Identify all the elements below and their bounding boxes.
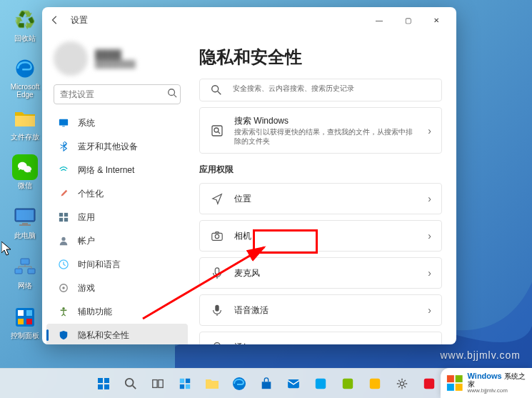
- windows-logo-icon: [446, 374, 463, 392]
- desktop-icon-label: Microsoft Edge: [6, 83, 44, 99]
- svg-rect-34: [104, 378, 109, 383]
- taskbar-app-3[interactable]: [363, 372, 386, 395]
- desktop-icon-folder[interactable]: 文件存放: [6, 106, 44, 141]
- svg-rect-36: [104, 384, 109, 389]
- desktop-icon-edge[interactable]: Microsoft Edge: [6, 56, 44, 99]
- svg-rect-41: [185, 378, 189, 382]
- sidebar-item-label: 蓝牙和其他设备: [78, 141, 138, 153]
- folder-icon: [12, 106, 38, 131]
- svg-rect-45: [288, 379, 299, 387]
- settings-window: 设置 — ▢ ✕ ████ ████████: [42, 7, 456, 344]
- svg-rect-47: [342, 378, 352, 388]
- system-icon: [58, 117, 69, 129]
- chevron-right-icon: ›: [428, 304, 431, 316]
- camera-icon: [210, 229, 224, 242]
- card-title: 通知: [234, 342, 418, 345]
- svg-rect-2: [16, 210, 34, 220]
- taskbar-taskview[interactable]: [146, 372, 169, 395]
- card-microphone[interactable]: 麦克风 ›: [199, 257, 442, 289]
- card-subtitle: 安全搜索、云内容搜索、搜索历史记录: [233, 84, 431, 94]
- badge-url: www.bjjmlv.com: [468, 388, 526, 394]
- card-title: 相机: [234, 230, 418, 242]
- sidebar-item-apps[interactable]: 应用: [46, 206, 188, 229]
- desktop-icon-wechat[interactable]: 微信: [6, 154, 44, 189]
- search-box[interactable]: [54, 84, 181, 104]
- taskbar-explorer[interactable]: [201, 372, 224, 395]
- taskbar: Windows 系统之家 www.bjjmlv.com: [0, 368, 532, 398]
- card-title: 位置: [234, 193, 418, 205]
- svg-rect-4: [19, 224, 31, 226]
- chevron-right-icon: ›: [428, 230, 431, 242]
- window-title: 设置: [71, 14, 88, 26]
- sidebar-item-time[interactable]: 时间和语言: [46, 253, 188, 276]
- sidebar-item-label: 帐户: [78, 235, 95, 247]
- svg-rect-17: [64, 213, 68, 217]
- taskbar-mail[interactable]: [282, 372, 305, 395]
- bluetooth-icon: [58, 141, 69, 152]
- desktop-icon-control-panel[interactable]: 控制面板: [6, 304, 44, 339]
- sidebar: ████ ████████ 系统 蓝牙和其他设备: [42, 33, 192, 344]
- card-notifications[interactable]: 通知 ›: [199, 332, 442, 344]
- sidebar-item-system[interactable]: 系统: [46, 111, 188, 134]
- desktop-icon-label: 此电脑: [6, 232, 44, 239]
- svg-rect-19: [64, 218, 68, 222]
- taskbar-widgets[interactable]: [174, 372, 196, 395]
- taskbar-start[interactable]: [92, 372, 115, 395]
- desktop-icon-recycle-bin[interactable]: ♻️ 回收站: [6, 7, 44, 42]
- svg-rect-15: [62, 126, 65, 126]
- card-camera[interactable]: 相机 ›: [199, 220, 442, 252]
- svg-rect-46: [315, 378, 325, 388]
- sidebar-item-accessibility[interactable]: 辅助功能: [46, 300, 188, 323]
- taskbar-store[interactable]: [255, 372, 278, 395]
- search-icon[interactable]: [167, 88, 177, 101]
- desktop-icon-network[interactable]: 网络: [6, 254, 44, 289]
- sidebar-item-personalize[interactable]: 个性化: [46, 182, 188, 205]
- recycle-bin-icon: ♻️: [12, 7, 38, 33]
- card-search-windows[interactable]: 搜索 Windows 搜索索引以获得更快的结果，查找我的文件，从搜索中排除的文件…: [199, 107, 442, 154]
- chevron-right-icon: ›: [428, 267, 431, 279]
- chevron-right-icon: ›: [428, 193, 431, 204]
- minimize-button[interactable]: —: [365, 10, 393, 30]
- taskbar-settings[interactable]: [391, 372, 413, 395]
- svg-point-37: [125, 378, 133, 386]
- badge-brand: Windows: [468, 372, 502, 380]
- back-button[interactable]: [48, 13, 62, 27]
- sidebar-item-privacy[interactable]: 隐私和安全性: [46, 324, 188, 344]
- svg-rect-18: [59, 218, 63, 222]
- svg-rect-50: [423, 378, 433, 388]
- card-search-settings-partial[interactable]: 安全搜索、云内容搜索、搜索历史记录: [199, 79, 442, 101]
- control-panel-icon: [12, 304, 38, 330]
- card-location[interactable]: 位置 ›: [199, 183, 442, 214]
- taskbar-app-1[interactable]: [309, 372, 332, 395]
- shield-icon: [58, 329, 69, 341]
- sidebar-item-account[interactable]: 帐户: [46, 229, 188, 252]
- computer-icon: [12, 204, 38, 230]
- card-voice-activation[interactable]: 语音激活 ›: [199, 294, 442, 326]
- sidebar-item-gaming[interactable]: 游戏: [46, 277, 188, 299]
- taskbar-search[interactable]: [119, 372, 142, 395]
- user-section[interactable]: ████ ████████: [42, 39, 192, 84]
- taskbar-app-4[interactable]: [418, 372, 441, 395]
- wechat-icon: [12, 154, 38, 180]
- maximize-button[interactable]: ▢: [393, 10, 422, 30]
- sidebar-item-bluetooth[interactable]: 蓝牙和其他设备: [46, 135, 188, 158]
- svg-rect-5: [21, 259, 29, 264]
- card-title: 麦克风: [234, 267, 418, 279]
- sidebar-item-label: 隐私和安全性: [78, 329, 129, 342]
- svg-rect-42: [179, 384, 184, 388]
- sidebar-item-label: 时间和语言: [78, 259, 121, 271]
- taskbar-edge[interactable]: [228, 372, 251, 395]
- network-icon: [12, 254, 38, 280]
- close-button[interactable]: ✕: [422, 10, 451, 30]
- search-input[interactable]: [60, 89, 167, 99]
- microphone-icon: [210, 267, 224, 279]
- section-label: 应用权限: [199, 164, 442, 176]
- svg-rect-6: [15, 269, 22, 274]
- chevron-right-icon: ›: [428, 125, 431, 136]
- sidebar-item-network[interactable]: 网络 & Internet: [46, 159, 188, 181]
- taskbar-app-2[interactable]: [336, 372, 359, 395]
- search-windows-icon: [210, 124, 224, 138]
- voice-icon: [210, 304, 224, 317]
- desktop-icon-this-pc[interactable]: 此电脑: [6, 204, 44, 239]
- content-pane[interactable]: 隐私和安全性 安全搜索、云内容搜索、搜索历史记录 搜索 Windows 搜索索引…: [192, 33, 456, 344]
